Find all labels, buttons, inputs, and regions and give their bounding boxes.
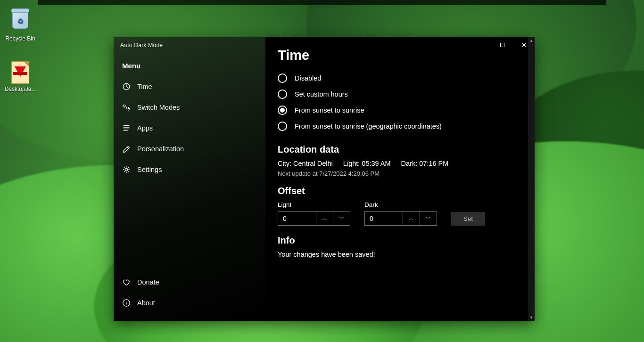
sidebar-item-label: Switch Modes [137,104,180,111]
radio-label: Disabled [295,74,321,82]
offset-light-down[interactable]: ﹀ [333,211,350,226]
sidebar-item-settings[interactable]: Settings [114,159,265,180]
desktop-icon-recycle-bin[interactable]: ♻ Recycle Bin [2,8,38,42]
clock-icon [122,82,131,91]
radio-icon [278,122,287,131]
location-heading: Location data [278,144,516,155]
heart-icon [122,278,131,286]
sidebar-item-about[interactable]: About [114,293,265,313]
sidebar-item-donate[interactable]: Donate [114,272,265,293]
radio-sunset-sunrise[interactable]: From sunset to sunrise [278,106,516,115]
apps-icon [122,124,131,132]
offset-dark-up[interactable]: ︿ [403,211,420,226]
set-button-label: Set [463,215,473,222]
location-dark-time: Dark: 07:16 PM [401,160,449,167]
scrollbar[interactable]: ▲ ▼ [528,37,535,321]
offset-dark-input[interactable] [364,211,403,226]
radio-icon [278,73,287,83]
radio-custom-hours[interactable]: Set custom hours [278,90,516,99]
recycle-bin-icon: ♻ [9,11,32,33]
offset-heading: Offset [278,186,516,196]
sidebar-item-personalization[interactable]: Personalization [114,138,265,159]
radio-sunset-geo[interactable]: From sunset to sunrise (geographic coord… [278,122,516,131]
nav-bottom: Donate About [114,270,265,315]
app-window: Auto Dark Mode Menu Time Switch Modes A [114,37,535,321]
svg-point-1 [125,168,127,171]
location-city: City: Central Delhi [278,160,333,167]
desktop-icon-label: Recycle Bin [2,35,38,42]
offset-dark-down[interactable]: ﹀ [420,211,437,226]
radio-icon [278,106,287,115]
radio-label: From sunset to sunrise (geographic coord… [295,122,442,130]
sidebar-item-label: Donate [137,278,159,286]
offset-light-input[interactable] [278,211,316,226]
offset-light-field: Light ︿ ﹀ [278,201,350,226]
desktop-icon-pdf[interactable]: DesktopJa... [2,61,38,92]
sidebar-item-label: Time [137,83,152,90]
personalization-icon [122,145,131,153]
offset-light-up[interactable]: ︿ [316,211,333,226]
sidebar-item-label: Apps [137,124,153,132]
location-info-line: City: Central Delhi Light: 05:39 AM Dark… [278,160,516,167]
menu-heading: Menu [114,53,265,73]
sidebar-item-label: Personalization [137,145,184,153]
location-next-update: Next update at 7/27/2022 4:20:06 PM [278,170,516,177]
titlebar[interactable]: Auto Dark Mode [114,37,265,53]
offset-dark-label: Dark [364,201,437,208]
radio-label: From sunset to sunrise [295,106,364,114]
page-title: Time [278,48,516,63]
sidebar: Auto Dark Mode Menu Time Switch Modes A [114,37,265,321]
location-light-time: Light: 05:39 AM [343,160,391,167]
info-message: Your changes have been saved! [278,251,516,258]
desktop-icon-label: DesktopJa... [2,86,38,92]
sidebar-item-switch-modes[interactable]: Switch Modes [114,97,265,118]
time-mode-radio-group: Disabled Set custom hours From sunset to… [278,73,516,131]
app-title: Auto Dark Mode [120,42,163,49]
info-icon [122,299,131,307]
offset-set-button[interactable]: Set [451,212,485,226]
scroll-up-icon[interactable]: ▲ [528,37,535,44]
radio-label: Set custom hours [295,90,348,98]
offset-row: Light ︿ ﹀ Dark ︿ ﹀ [278,201,516,226]
sidebar-item-time[interactable]: Time [114,76,265,97]
chevron-up-icon: ︿ [409,215,414,222]
offset-dark-field: Dark ︿ ﹀ [364,201,437,226]
chevron-up-icon: ︿ [322,215,327,222]
sidebar-item-apps[interactable]: Apps [114,118,265,138]
gear-icon [122,165,131,174]
content-area: ▲ ▼ Time Disabled Set custom hours From … [265,37,535,321]
sidebar-item-label: About [137,299,155,307]
switch-icon [122,103,131,112]
chevron-down-icon: ﹀ [426,215,431,222]
chevron-down-icon: ﹀ [339,215,344,222]
radio-icon [278,90,287,99]
radio-disabled[interactable]: Disabled [278,73,516,83]
pdf-file-icon [9,61,32,84]
offset-light-label: Light [278,201,350,208]
sidebar-item-label: Settings [137,166,162,173]
scroll-down-icon[interactable]: ▼ [528,314,535,321]
info-heading: Info [278,235,516,246]
nav-list: Time Switch Modes Apps Personalization [114,73,265,183]
